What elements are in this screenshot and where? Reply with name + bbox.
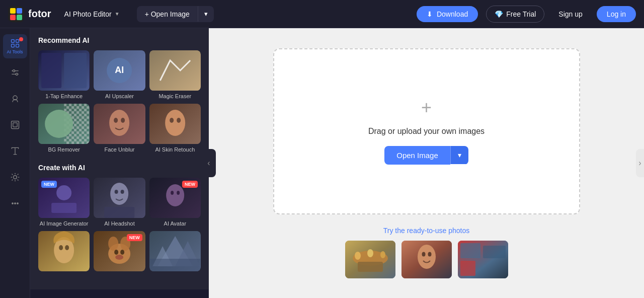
tool-card-faceunblur[interactable]: Face Unblur	[94, 104, 145, 153]
signup-button[interactable]: Sign up	[552, 6, 588, 22]
tool-card-label-faceunblur: Face Unblur	[94, 146, 145, 153]
free-trial-button[interactable]: 💎 Free Trial	[486, 6, 544, 23]
svg-point-52	[171, 191, 174, 195]
sample-photo-1[interactable]	[345, 241, 395, 278]
tool-card-img-skinretouch	[149, 104, 201, 144]
svg-point-62	[114, 250, 118, 255]
sidebar-collapse-button[interactable]: ‹	[202, 149, 216, 177]
svg-point-21	[17, 203, 18, 204]
tool-card-label-headshot: AI Headshot	[94, 220, 145, 227]
svg-point-57	[65, 245, 69, 250]
upload-zone[interactable]: + Drag or upload your own images Open Im…	[273, 48, 580, 214]
tool-card-label-avatar: AI Avatar	[149, 220, 201, 227]
tool-card-img-dog: NEW	[94, 231, 145, 271]
open-image-zone-main-button[interactable]: Open Image	[384, 146, 450, 165]
svg-point-64	[115, 255, 123, 260]
svg-rect-8	[16, 44, 19, 47]
open-image-main-button[interactable]: + Open Image	[137, 6, 198, 22]
svg-point-63	[120, 250, 124, 255]
tool-card-img-avatar: NEW	[149, 178, 201, 218]
sidebar-item-effects[interactable]	[3, 165, 27, 189]
tool-card-eraser[interactable]: Magic Eraser	[149, 50, 201, 100]
chevron-down-icon: ▼	[115, 11, 120, 17]
sidebar-item-ai-tools[interactable]: AI Tools	[3, 34, 27, 58]
svg-point-73	[355, 252, 361, 260]
svg-rect-6	[16, 40, 19, 43]
svg-point-75	[380, 251, 385, 258]
open-image-dropdown-button[interactable]: ▾	[198, 6, 214, 22]
sidebar-item-adjust[interactable]	[3, 60, 27, 85]
tool-card-label-1tap: 1-Tap Enhance	[38, 93, 90, 100]
sample-photo-3[interactable]	[458, 241, 508, 278]
svg-point-79	[428, 252, 431, 257]
sidebar-item-beauty[interactable]	[3, 87, 27, 111]
tool-card-upscaler[interactable]: AI AI Upscaler	[94, 50, 145, 100]
svg-rect-2	[17, 8, 22, 14]
tool-card-imagegen[interactable]: NEW AI Image Generator	[38, 178, 90, 227]
upload-text: Drag or upload your own images	[368, 127, 485, 136]
svg-rect-69	[150, 259, 200, 271]
tool-card-label-upscaler: AI Upscaler	[94, 93, 145, 100]
svg-point-78	[422, 252, 425, 257]
main-layout: AI Tools	[0, 28, 644, 298]
tool-card-img-eraser	[149, 50, 201, 91]
svg-point-35	[109, 110, 129, 136]
tool-card-blonde[interactable]	[38, 231, 90, 271]
svg-point-40	[170, 118, 174, 123]
tool-card-skinretouch[interactable]: AI Skin Retouch	[149, 104, 201, 153]
right-panel-arrow-button[interactable]: ›	[636, 149, 644, 177]
tool-card-avatar[interactable]: NEW AI Avatar	[149, 178, 201, 227]
header: fotor AI Photo Editor ▼ + Open Image ▾ ⬇…	[0, 0, 644, 28]
chevron-right-icon: ›	[638, 159, 641, 168]
app-name-label: AI Photo Editor	[64, 10, 112, 18]
svg-point-48	[121, 190, 124, 194]
open-image-zone-dropdown-button[interactable]: ▾	[450, 146, 468, 164]
sidebar-item-frames[interactable]	[3, 113, 27, 137]
svg-point-20	[12, 203, 13, 204]
tool-card-label-eraser: Magic Eraser	[149, 93, 201, 100]
plus-icon: +	[421, 99, 432, 117]
svg-point-41	[177, 118, 181, 123]
tool-card-mountain[interactable]	[149, 231, 201, 271]
svg-point-74	[367, 249, 373, 257]
new-badge-imagegen: NEW	[41, 181, 57, 188]
svg-point-12	[16, 73, 18, 75]
app-selector[interactable]: AI Photo Editor ▼	[59, 7, 125, 21]
tool-card-1tap[interactable]: 1-Tap Enhance	[38, 50, 90, 100]
sample-photos-row	[345, 241, 508, 278]
recommend-section-title: Recommend AI	[38, 36, 201, 44]
svg-rect-1	[10, 8, 16, 14]
tool-card-dog[interactable]: NEW	[94, 231, 145, 271]
tool-card-img-blonde	[38, 231, 90, 271]
ready-text-highlight: to	[427, 227, 433, 235]
svg-text:AI: AI	[115, 65, 124, 75]
recommend-sidebar-container: Recommend AI 1-Tap Enhance	[30, 28, 209, 298]
svg-point-18	[13, 176, 17, 179]
svg-point-53	[177, 191, 180, 195]
ready-text-suffix: -use photos	[433, 227, 469, 235]
tool-card-bgremover[interactable]: BG Remover	[38, 104, 90, 153]
tool-card-label-imagegen: AI Image Generator	[38, 220, 90, 227]
download-button[interactable]: ⬇ Download	[417, 6, 478, 22]
svg-point-77	[418, 245, 436, 269]
svg-point-51	[166, 184, 184, 206]
tool-card-img-imagegen: NEW	[38, 178, 90, 218]
sidebar-item-text[interactable]	[3, 139, 27, 163]
sidebar-item-more[interactable]	[3, 191, 27, 215]
login-button[interactable]: Log in	[597, 6, 636, 22]
create-section-title: Create with AI	[38, 164, 201, 172]
recommend-tool-grid: 1-Tap Enhance AI AI Upscaler	[38, 50, 201, 154]
download-icon: ⬇	[427, 10, 433, 18]
sample-photo-2[interactable]	[401, 241, 452, 278]
open-image-zone-btn[interactable]: Open Image ▾	[384, 146, 468, 165]
svg-point-10	[13, 70, 15, 72]
svg-rect-15	[13, 123, 17, 127]
tool-card-label-bgremover: BG Remover	[38, 146, 90, 153]
svg-rect-7	[11, 44, 14, 47]
open-image-btn[interactable]: + Open Image ▾	[137, 6, 214, 22]
logo-text: fotor	[28, 8, 51, 20]
tool-card-headshot[interactable]: AI Headshot	[94, 178, 145, 227]
tool-card-img-1tap	[38, 50, 90, 91]
tool-card-img-bgremover	[38, 104, 90, 144]
svg-rect-81	[460, 243, 480, 258]
